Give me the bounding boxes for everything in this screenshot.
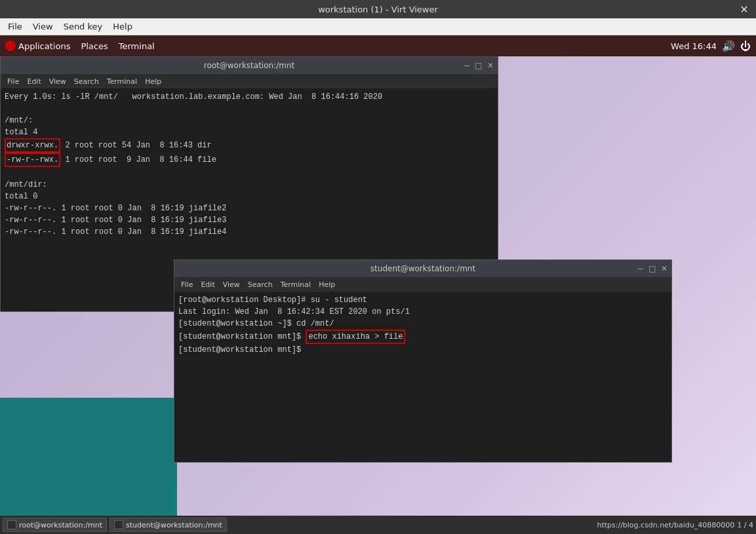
highlight-drwxr: drwxr-xrwx. bbox=[5, 138, 60, 153]
virt-viewer-titlebar: workstation (1) - Virt Viewer ✕ bbox=[0, 0, 756, 18]
terminal-buttons-root: − □ ✕ bbox=[462, 61, 495, 70]
student-line-0: [root@workstation Desktop]# su - student bbox=[178, 294, 667, 306]
task-icon-student bbox=[114, 520, 123, 529]
tmenu-help-root[interactable]: Help bbox=[141, 77, 165, 86]
window-close-button[interactable]: ✕ bbox=[738, 3, 751, 16]
menu-help[interactable]: Help bbox=[108, 20, 138, 33]
applications-button[interactable]: Applications bbox=[5, 41, 70, 51]
terminal-minimize-student[interactable]: − bbox=[636, 264, 645, 273]
tmenu-view-student[interactable]: View bbox=[219, 280, 244, 289]
term-line-5: -rw-r--rwx. 1 root root 9 Jan 8 16:44 fi… bbox=[5, 153, 494, 167]
tmenu-terminal-student[interactable]: Terminal bbox=[277, 280, 315, 289]
terminal-buttons-student: − □ ✕ bbox=[636, 264, 669, 273]
term-line-blank1 bbox=[5, 103, 494, 115]
volume-icon[interactable]: 🔊 bbox=[722, 40, 735, 52]
student-line-1: Last login: Wed Jan 8 16:42:34 EST 2020 … bbox=[178, 306, 667, 318]
terminal-close-root[interactable]: ✕ bbox=[486, 61, 495, 70]
redhat-icon bbox=[5, 41, 16, 51]
tmenu-edit-root[interactable]: Edit bbox=[23, 77, 45, 86]
term-line-3: total 4 bbox=[5, 126, 494, 138]
highlight-rw: -rw-r--rwx. bbox=[5, 153, 60, 167]
term-line-8: total 0 bbox=[5, 191, 494, 202]
menu-file[interactable]: File bbox=[3, 20, 28, 33]
applications-label: Applications bbox=[18, 41, 70, 51]
menu-view[interactable]: View bbox=[28, 20, 58, 33]
menu-sendkey[interactable]: Send key bbox=[58, 20, 108, 33]
term-line-2: /mnt/: bbox=[5, 115, 494, 126]
term-line-blank2 bbox=[5, 167, 494, 179]
terminal-title-root: root@workstation:/mnt bbox=[204, 61, 294, 70]
terminal-close-student[interactable]: ✕ bbox=[660, 264, 669, 273]
desktop-background-teal bbox=[0, 398, 177, 516]
terminal-titlebar-student: student@workstation:/mnt − □ ✕ bbox=[174, 260, 671, 277]
terminal-menubar-root: File Edit View Search Terminal Help bbox=[1, 74, 498, 88]
tmenu-edit-student[interactable]: Edit bbox=[197, 280, 218, 289]
echo-command-highlight: echo xihaxiha > file bbox=[306, 330, 405, 344]
tmenu-search-root[interactable]: Search bbox=[70, 77, 103, 86]
taskbar-item-root[interactable]: root@workstation:/mnt bbox=[3, 518, 107, 532]
terminal-titlebar-root: root@workstation:/mnt − □ ✕ bbox=[1, 57, 498, 74]
desktop: root@workstation:/mnt − □ ✕ File Edit Vi… bbox=[0, 56, 756, 516]
terminal-button[interactable]: Terminal bbox=[113, 41, 160, 51]
term-line-9: -rw-r--r--. 1 root root 0 Jan 8 16:19 ji… bbox=[5, 202, 494, 214]
terminal-title-student: student@workstation:/mnt bbox=[370, 264, 475, 273]
taskbar-url: https://blog.csdn.net/baidu_40880000 bbox=[597, 521, 734, 529]
terminal-menubar-student: File Edit View Search Terminal Help bbox=[174, 277, 671, 292]
places-button[interactable]: Places bbox=[75, 41, 113, 51]
term-line-4: drwxr-xrwx. 2 root root 54 Jan 8 16:43 d… bbox=[5, 138, 494, 153]
taskbar-label-student: student@workstation:/mnt bbox=[126, 521, 222, 529]
tmenu-file-root[interactable]: File bbox=[3, 77, 23, 86]
tmenu-terminal-root[interactable]: Terminal bbox=[103, 77, 142, 86]
top-panel: Applications Places Terminal Wed 16:44 🔊… bbox=[0, 35, 756, 56]
term-line-7: /mnt/dir: bbox=[5, 179, 494, 191]
tmenu-help-student[interactable]: Help bbox=[315, 280, 339, 289]
tmenu-view-root[interactable]: View bbox=[45, 77, 70, 86]
terminal-window-student: student@workstation:/mnt − □ ✕ File Edit… bbox=[174, 259, 672, 463]
taskbar-item-student[interactable]: student@workstation:/mnt bbox=[109, 518, 227, 532]
terminal-minimize-root[interactable]: − bbox=[462, 61, 471, 70]
task-icon-root bbox=[7, 520, 16, 529]
taskbar-label-root: root@workstation:/mnt bbox=[19, 521, 102, 529]
window-title: workstation (1) - Virt Viewer bbox=[318, 5, 438, 14]
datetime-label: Wed 16:44 bbox=[671, 41, 717, 51]
term-line-0: Every 1.0s: ls -lR /mnt/ workstation.lab… bbox=[5, 91, 494, 103]
terminal-maximize-root[interactable]: □ bbox=[474, 61, 483, 70]
terminal-maximize-student[interactable]: □ bbox=[648, 264, 657, 273]
taskbar: root@workstation:/mnt student@workstatio… bbox=[0, 516, 756, 534]
term-line-10: -rw-r--r--. 1 root root 0 Jan 8 16:19 ji… bbox=[5, 214, 494, 226]
taskbar-page-info: 1 / 4 bbox=[737, 521, 753, 529]
term-line-11: -rw-r--r--. 1 root root 0 Jan 8 16:19 ji… bbox=[5, 226, 494, 238]
terminal-body-student[interactable]: [root@workstation Desktop]# su - student… bbox=[174, 292, 671, 462]
tmenu-search-student[interactable]: Search bbox=[244, 280, 277, 289]
virt-viewer-menubar: File View Send key Help bbox=[0, 18, 756, 35]
tmenu-file-student[interactable]: File bbox=[177, 280, 197, 289]
student-line-3: [student@workstation mnt]$ echo xihaxiha… bbox=[178, 330, 667, 344]
panel-right: Wed 16:44 🔊 ⏻ bbox=[671, 40, 751, 52]
taskbar-right: https://blog.csdn.net/baidu_40880000 1 /… bbox=[597, 521, 753, 529]
power-icon[interactable]: ⏻ bbox=[740, 40, 751, 52]
student-line-2: [student@workstation ~]$ cd /mnt/ bbox=[178, 318, 667, 330]
student-line-4: [student@workstation mnt]$ bbox=[178, 344, 667, 356]
